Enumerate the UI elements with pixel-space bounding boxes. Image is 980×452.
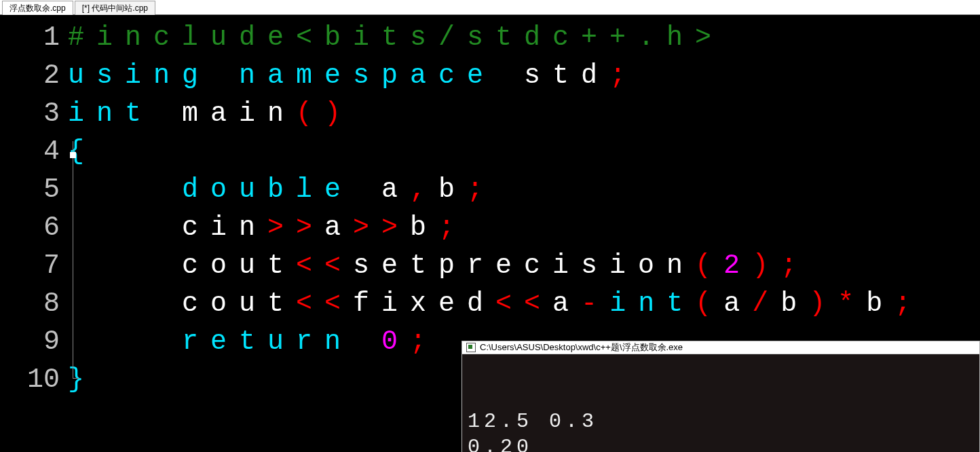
- console-output[interactable]: 12.5 0.30.20: [462, 354, 979, 452]
- token: cin: [182, 212, 267, 243]
- token: a: [723, 288, 752, 319]
- token: setprecision: [353, 250, 695, 281]
- token: a: [324, 212, 353, 243]
- token: *: [837, 288, 866, 319]
- fold-guide: [73, 141, 79, 379]
- console-line: 12.5 0.3: [468, 409, 974, 434]
- token: ;: [410, 326, 438, 357]
- tab-bar: 浮点数取余.cpp [*] 代码中间站.cpp: [0, 0, 980, 15]
- token: -: [581, 288, 609, 319]
- code-content[interactable]: #include<bits/stdc++.h>: [68, 19, 980, 57]
- console-window: C:\Users\ASUS\Desktop\xwd\c++题\浮点数取余.exe…: [461, 341, 980, 452]
- token: [495, 60, 524, 91]
- code-content[interactable]: {: [68, 133, 980, 171]
- code-content[interactable]: int main(): [68, 95, 980, 133]
- tab-label: 浮点数取余.cpp: [10, 3, 66, 14]
- code-line[interactable]: 8 cout<<fixed<<a-int(a/b)*b;: [0, 285, 980, 323]
- token: #include<bits/stdc++.h>: [68, 22, 723, 53]
- token: [353, 174, 381, 205]
- token: (: [296, 98, 324, 129]
- code-content[interactable]: using namespace std;: [68, 57, 980, 95]
- token: [68, 174, 182, 205]
- token: /: [752, 288, 780, 319]
- token: >>: [267, 212, 324, 243]
- token: cout: [182, 288, 296, 319]
- line-number: 7: [0, 247, 68, 285]
- token: fixed: [353, 288, 495, 319]
- token: return: [182, 326, 353, 357]
- line-number: 5: [0, 171, 68, 209]
- code-line[interactable]: 6 cin>>a>>b;: [0, 209, 980, 247]
- token: ): [752, 250, 780, 281]
- token: int: [609, 288, 695, 319]
- code-content[interactable]: cout<<setprecision(2);: [68, 247, 980, 285]
- token: a: [552, 288, 581, 319]
- line-number: 6: [0, 209, 68, 247]
- token: main: [182, 98, 296, 129]
- token: ;: [609, 60, 638, 91]
- line-number: 4: [0, 133, 68, 171]
- token: ;: [780, 250, 809, 281]
- token: std: [524, 60, 609, 91]
- line-number: 3: [0, 95, 68, 133]
- line-number: 9: [0, 323, 68, 361]
- token: ,: [410, 174, 438, 205]
- code-content[interactable]: cout<<fixed<<a-int(a/b)*b;: [68, 285, 980, 323]
- token: 2: [723, 250, 752, 281]
- token: [68, 250, 182, 281]
- token: b: [438, 174, 467, 205]
- token: ): [809, 288, 837, 319]
- tab-file-2[interactable]: [*] 代码中间站.cpp: [75, 1, 155, 15]
- token: >>: [353, 212, 410, 243]
- token: (: [695, 288, 723, 319]
- token: ;: [438, 212, 467, 243]
- token: [68, 326, 182, 357]
- line-number: 1: [0, 19, 68, 57]
- app-icon: [466, 343, 476, 352]
- token: <<: [296, 288, 353, 319]
- token: cout: [182, 250, 296, 281]
- token: using: [68, 60, 210, 91]
- tab-file-1[interactable]: 浮点数取余.cpp: [2, 1, 73, 15]
- code-line[interactable]: 2using namespace std;: [0, 57, 980, 95]
- token: <<: [495, 288, 552, 319]
- line-number: 2: [0, 57, 68, 95]
- token: b: [780, 288, 809, 319]
- token: ): [324, 98, 353, 129]
- code-content[interactable]: double a,b;: [68, 171, 980, 209]
- line-number: 10: [0, 361, 68, 399]
- token: [153, 98, 182, 129]
- token: a: [381, 174, 410, 205]
- token: b: [410, 212, 438, 243]
- token: <<: [296, 250, 353, 281]
- line-number: 8: [0, 285, 68, 323]
- token: double: [182, 174, 353, 205]
- token: 0: [381, 326, 410, 357]
- token: [68, 288, 182, 319]
- token: namespace: [239, 60, 495, 91]
- code-line[interactable]: 5 double a,b;: [0, 171, 980, 209]
- console-line: 0.20: [468, 434, 974, 452]
- console-titlebar[interactable]: C:\Users\ASUS\Desktop\xwd\c++题\浮点数取余.exe: [462, 341, 979, 354]
- token: ;: [894, 288, 923, 319]
- token: (: [695, 250, 723, 281]
- token: b: [866, 288, 894, 319]
- console-title: C:\Users\ASUS\Desktop\xwd\c++题\浮点数取余.exe: [480, 341, 683, 354]
- code-line[interactable]: 1#include<bits/stdc++.h>: [0, 19, 980, 57]
- code-content[interactable]: cin>>a>>b;: [68, 209, 980, 247]
- code-line[interactable]: 3int main(): [0, 95, 980, 133]
- code-line[interactable]: 4{: [0, 133, 980, 171]
- token: [210, 60, 239, 91]
- token: int: [68, 98, 153, 129]
- token: [353, 326, 381, 357]
- fold-toggle-icon[interactable]: [70, 152, 76, 158]
- code-line[interactable]: 7 cout<<setprecision(2);: [0, 247, 980, 285]
- token: ;: [467, 174, 495, 205]
- token: [68, 212, 182, 243]
- tab-label: [*] 代码中间站.cpp: [82, 3, 148, 14]
